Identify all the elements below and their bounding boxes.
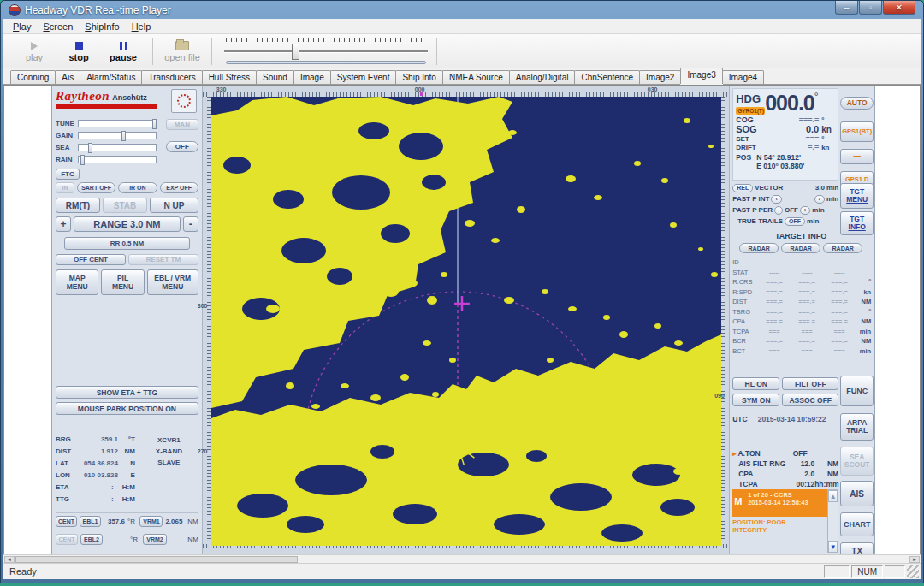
- arpa-trial-button[interactable]: ARPATRIAL: [840, 413, 874, 441]
- title-bar[interactable]: Headway VDR Real-time Player – ▫ ✕: [3, 1, 921, 19]
- in-button[interactable]: IN: [56, 182, 74, 193]
- assoc-off-button[interactable]: ASSOC OFF: [782, 394, 838, 406]
- range-minus-button[interactable]: -: [183, 216, 198, 232]
- map-menu-button[interactable]: MAPMENU: [56, 269, 98, 295]
- menu-item[interactable]: Screen: [37, 20, 79, 33]
- resize-grip[interactable]: [907, 565, 919, 578]
- ebl-vrm-menu-button[interactable]: EBL / VRMMENU: [147, 269, 198, 295]
- func-button[interactable]: FUNC: [840, 376, 874, 406]
- filt-off-button[interactable]: FILT OFF: [782, 377, 838, 390]
- ir-on-button[interactable]: IR ON: [118, 182, 157, 193]
- slider-track[interactable]: [224, 50, 428, 53]
- scroll-left-icon[interactable]: ◄: [4, 556, 15, 563]
- alert-scroll-down-icon[interactable]: ▼: [828, 541, 838, 553]
- horizontal-scrollbar[interactable]: ◄ ►: [3, 554, 921, 563]
- rel-button[interactable]: REL: [732, 184, 753, 192]
- cent1-button[interactable]: CENT: [56, 516, 77, 527]
- tab[interactable]: Ais: [55, 70, 80, 84]
- radar-source-button-3[interactable]: RADAR: [823, 243, 862, 253]
- cent2-button[interactable]: CENT: [56, 534, 78, 545]
- radar-ppi-area[interactable]: 330000030 300270 090: [203, 86, 729, 554]
- menu-item[interactable]: Play: [7, 20, 37, 33]
- chart-button[interactable]: CHART: [840, 512, 874, 536]
- alert-scrollbar[interactable]: ▲ ▼: [827, 489, 838, 553]
- slider-thumb[interactable]: [88, 143, 92, 153]
- mouse-park-button[interactable]: MOUSE PARK POSITION ON: [56, 402, 198, 415]
- off-center-button[interactable]: OFF CENT: [56, 254, 126, 265]
- vrm1-button[interactable]: VRM1: [139, 516, 163, 527]
- past-pint-inc-button[interactable]: ›: [814, 195, 825, 204]
- sea-scout-button[interactable]: SEASCOUT: [840, 447, 874, 476]
- dash-source-button[interactable]: —: [840, 149, 874, 164]
- tab[interactable]: Conning: [10, 70, 56, 84]
- off-button[interactable]: OFF: [166, 141, 198, 152]
- scroll-right-icon[interactable]: ►: [909, 556, 920, 563]
- scrollbar-thumb[interactable]: [15, 556, 298, 563]
- auto-button[interactable]: AUTO: [840, 97, 874, 110]
- minimize-button[interactable]: –: [835, 1, 858, 15]
- past-pper-inc-button[interactable]: ›: [800, 206, 810, 215]
- menu-item[interactable]: ShipInfo: [79, 20, 125, 33]
- range-rings-button[interactable]: RR 0.5 NM: [64, 237, 190, 250]
- tab[interactable]: ChnSentence: [574, 70, 640, 84]
- slider-thumb[interactable]: [80, 155, 85, 165]
- slider-thumb[interactable]: [121, 131, 126, 141]
- tab[interactable]: Image4: [722, 70, 764, 84]
- pil-menu-button[interactable]: PILMENU: [101, 269, 144, 295]
- tab[interactable]: Analog/Digital: [509, 70, 576, 84]
- tx-button[interactable]: TX: [840, 542, 874, 554]
- past-pint-dec-button[interactable]: ‹: [771, 195, 781, 204]
- slider-track[interactable]: [78, 144, 157, 151]
- tab[interactable]: Transducers: [141, 70, 202, 84]
- alert-message[interactable]: M 1 of 26 - CCRS 2015-03-14 12:58:43: [732, 489, 827, 517]
- sart-off-button[interactable]: SART OFF: [77, 182, 116, 193]
- radar-source-button-2[interactable]: RADAR: [781, 243, 820, 253]
- ebl1-button[interactable]: EBL1: [80, 516, 101, 527]
- tab[interactable]: Hull Stress: [202, 70, 257, 84]
- tab[interactable]: Image3: [680, 68, 722, 84]
- slider-track[interactable]: [78, 120, 157, 127]
- radar-source-button-1[interactable]: RADAR: [739, 243, 779, 253]
- ftc-button[interactable]: FTC: [56, 169, 80, 180]
- tab[interactable]: Sound: [256, 70, 294, 84]
- tab[interactable]: Ship Info: [395, 70, 442, 84]
- show-eta-ttg-button[interactable]: SHOW ETA + TTG: [56, 386, 198, 399]
- range-plus-button[interactable]: +: [56, 216, 71, 232]
- slider-thumb[interactable]: [152, 119, 157, 129]
- pause-button[interactable]: pause: [101, 36, 145, 67]
- past-pper-toggle[interactable]: [774, 206, 783, 215]
- trails-off-button[interactable]: OFF: [785, 217, 805, 226]
- vrm2-button[interactable]: VRM2: [143, 534, 167, 545]
- play-button[interactable]: play: [12, 36, 56, 67]
- tab[interactable]: NMEA Source: [442, 70, 510, 84]
- sym-on-button[interactable]: SYM ON: [732, 394, 779, 406]
- hl-on-button[interactable]: HL ON: [732, 377, 779, 390]
- playback-slider[interactable]: [222, 37, 429, 66]
- maximize-button[interactable]: ▫: [859, 1, 882, 15]
- ebl2-button[interactable]: EBL2: [80, 534, 103, 545]
- radar-echo-display[interactable]: [211, 97, 721, 546]
- stop-button[interactable]: stop: [56, 36, 101, 67]
- ebl2-row: CENT EBL2 °R VRM2 NM: [56, 534, 198, 545]
- gps1-bt-button[interactable]: GPS1(BT): [840, 121, 874, 142]
- rm-t-button[interactable]: RM(T): [56, 198, 100, 213]
- stab-button[interactable]: STAB: [103, 198, 147, 213]
- slider-track[interactable]: [78, 156, 157, 163]
- slider-track[interactable]: [78, 132, 157, 139]
- north-up-button[interactable]: N UP: [150, 198, 198, 213]
- tab[interactable]: Alarm/Status: [80, 70, 142, 84]
- slider-thumb[interactable]: [292, 44, 299, 60]
- alert-scroll-up-icon[interactable]: ▲: [828, 490, 838, 502]
- ais-button[interactable]: AIS: [840, 481, 874, 506]
- man-button[interactable]: MAN: [166, 119, 198, 130]
- tab[interactable]: Image: [293, 70, 331, 84]
- anschuetz-logo-button[interactable]: [171, 89, 197, 113]
- tab[interactable]: Image2: [639, 70, 681, 84]
- close-button[interactable]: ✕: [883, 1, 915, 15]
- open-file-button[interactable]: open file: [160, 36, 204, 67]
- reset-tm-button[interactable]: RESET TM: [128, 254, 198, 265]
- tgt-menu-button[interactable]: TGTMENU: [840, 183, 874, 209]
- tab[interactable]: System Event: [330, 70, 397, 84]
- menu-item[interactable]: Help: [126, 20, 157, 33]
- exp-off-button[interactable]: EXP OFF: [160, 182, 198, 193]
